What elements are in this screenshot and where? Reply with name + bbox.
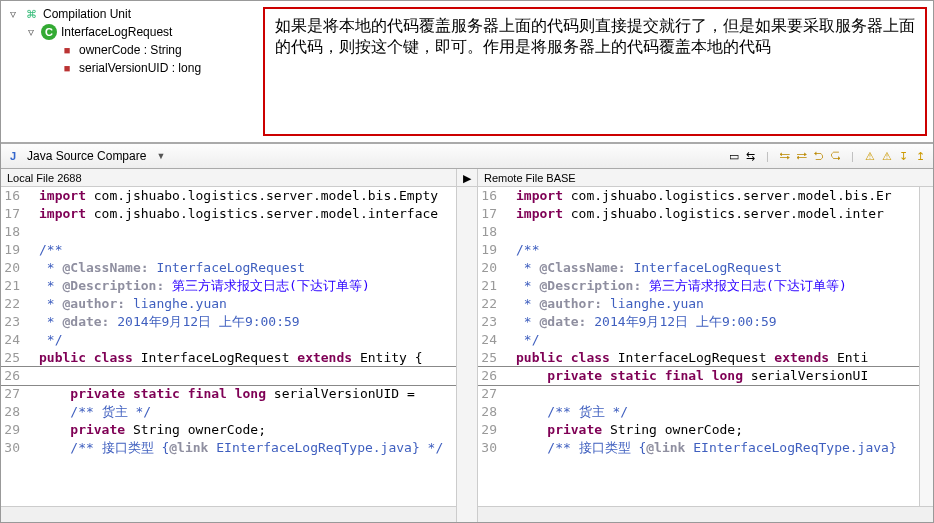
line-number: 17 (1, 205, 24, 223)
field-private-icon: ■ (59, 42, 75, 58)
code-line[interactable]: 20 * @ClassName: InterfaceLogRequest (478, 259, 919, 277)
code-text: import com.jshuabo.logistics.server.mode… (37, 187, 456, 205)
line-number: 23 (478, 313, 501, 331)
code-line[interactable]: 22 * @author: lianghe.yuan (1, 295, 456, 313)
tree-root-label: Compilation Unit (43, 5, 131, 23)
line-number: 25 (478, 349, 501, 367)
code-line[interactable]: 23 * @date: 2014年9月12日 上午9:00:59 (478, 313, 919, 331)
code-text: private String ownerCode; (37, 421, 456, 439)
code-text: public class InterfaceLogRequest extends… (37, 349, 456, 367)
code-line[interactable]: 30 /** 接口类型 {@link EInterfaceLogReqType.… (1, 439, 456, 457)
code-line[interactable]: 18 (1, 223, 456, 241)
structure-compare-button[interactable]: ▭ (725, 148, 742, 165)
code-text: * @Description: 第三方请求报文日志(下达订单等) (514, 277, 919, 295)
line-number: 24 (478, 331, 501, 349)
code-line[interactable]: 30 /** 接口类型 {@link EInterfaceLogReqType.… (478, 439, 919, 457)
code-line[interactable]: 21 * @Description: 第三方请求报文日志(下达订单等) (478, 277, 919, 295)
code-line[interactable]: 25public class InterfaceLogRequest exten… (1, 349, 456, 367)
code-line[interactable]: 24 */ (478, 331, 919, 349)
right-pane: Remote File BASE 16import com.jshuabo.lo… (478, 169, 933, 522)
line-number: 20 (1, 259, 24, 277)
code-line[interactable]: 26 (1, 367, 456, 385)
line-number: 21 (1, 277, 24, 295)
code-line[interactable]: 21 * @Description: 第三方请求报文日志(下达订单等) (1, 277, 456, 295)
line-number: 18 (1, 223, 24, 241)
next-diff-button[interactable]: ⚠ (861, 148, 878, 165)
separator: | (844, 148, 861, 165)
code-line[interactable]: 29 private String ownerCode; (478, 421, 919, 439)
next-change-button[interactable]: ↧ (895, 148, 912, 165)
left-pane: Local File 2688 16import com.jshuabo.log… (1, 169, 456, 522)
expand-icon[interactable]: ▿ (7, 5, 19, 23)
code-line[interactable]: 19/** (478, 241, 919, 259)
link-scroll-icon[interactable]: ▶ (457, 169, 477, 187)
field-private-icon: ■ (59, 60, 75, 76)
tree-root[interactable]: ▿ ⌘ Compilation Unit (7, 5, 257, 23)
outline-pane: ▿ ⌘ Compilation Unit ▿ C InterfaceLogReq… (1, 1, 263, 142)
code-line[interactable]: 27 private static final long serialVersi… (1, 385, 456, 403)
horizontal-scrollbar[interactable] (478, 506, 933, 522)
tree-field-label: ownerCode : String (79, 41, 182, 59)
horizontal-scrollbar[interactable] (1, 506, 456, 522)
code-text: /** 货主 */ (514, 403, 919, 421)
code-line[interactable]: 16import com.jshuabo.logistics.server.mo… (478, 187, 919, 205)
tree-field[interactable]: ■ serialVersionUID : long (43, 59, 257, 77)
code-line[interactable]: 17import com.jshuabo.logistics.server.mo… (1, 205, 456, 223)
copy-right-button[interactable]: ⮎ (827, 148, 844, 165)
line-number: 22 (1, 295, 24, 313)
code-text: /** (37, 241, 456, 259)
code-text: private String ownerCode; (514, 421, 919, 439)
copy-all-left-button[interactable]: ⮀ (776, 148, 793, 165)
left-code-area[interactable]: 16import com.jshuabo.logistics.server.mo… (1, 187, 456, 506)
code-line[interactable]: 25public class InterfaceLogRequest exten… (478, 349, 919, 367)
line-number: 28 (1, 403, 24, 421)
tree-class[interactable]: ▿ C InterfaceLogRequest (25, 23, 257, 41)
view-menu-arrow-icon[interactable]: ▼ (156, 151, 165, 161)
line-number: 24 (1, 331, 24, 349)
prev-diff-button[interactable]: ⚠ (878, 148, 895, 165)
center-ruler: ▶ (456, 169, 478, 522)
code-line[interactable]: 28 /** 货主 */ (1, 403, 456, 421)
tree-field[interactable]: ■ ownerCode : String (43, 41, 257, 59)
copy-all-right-button[interactable]: ⮂ (793, 148, 810, 165)
code-line[interactable]: 17import com.jshuabo.logistics.server.mo… (478, 205, 919, 223)
line-number: 30 (478, 439, 501, 457)
class-icon: C (41, 24, 57, 40)
code-text: */ (514, 331, 919, 349)
code-line[interactable]: 20 * @ClassName: InterfaceLogRequest (1, 259, 456, 277)
line-number: 29 (1, 421, 24, 439)
line-number: 23 (1, 313, 24, 331)
code-line[interactable]: 29 private String ownerCode; (1, 421, 456, 439)
prev-change-button[interactable]: ↥ (912, 148, 929, 165)
code-text: /** (514, 241, 919, 259)
swap-button[interactable]: ⇆ (742, 148, 759, 165)
line-number: 29 (478, 421, 501, 439)
code-line[interactable]: 18 (478, 223, 919, 241)
copy-left-button[interactable]: ⮌ (810, 148, 827, 165)
line-number: 25 (1, 349, 24, 367)
code-line[interactable]: 16import com.jshuabo.logistics.server.mo… (1, 187, 456, 205)
code-text: import com.jshuabo.logistics.server.mode… (514, 205, 919, 223)
code-text: public class InterfaceLogRequest extends… (514, 349, 919, 367)
line-number: 16 (478, 187, 501, 205)
tree-class-label: InterfaceLogRequest (61, 23, 172, 41)
expand-icon[interactable]: ▿ (25, 23, 37, 41)
tree-field-label: serialVersionUID : long (79, 59, 201, 77)
code-line[interactable]: 23 * @date: 2014年9月12日 上午9:00:59 (1, 313, 456, 331)
code-line[interactable]: 24 */ (1, 331, 456, 349)
code-line[interactable]: 27 (478, 385, 919, 403)
code-text: /** 货主 */ (37, 403, 456, 421)
code-line[interactable]: 28 /** 货主 */ (478, 403, 919, 421)
compare-header: J Java Source Compare ▼ ▭ ⇆ | ⮀ ⮂ ⮌ ⮎ | … (1, 143, 933, 169)
code-line[interactable]: 26 private static final long serialVersi… (478, 367, 919, 385)
code-line[interactable]: 19/** (1, 241, 456, 259)
overview-ruler[interactable] (919, 187, 933, 506)
line-number: 17 (478, 205, 501, 223)
right-code-area[interactable]: 16import com.jshuabo.logistics.server.mo… (478, 187, 919, 506)
line-number: 27 (1, 385, 24, 403)
code-text: * @ClassName: InterfaceLogRequest (37, 259, 456, 277)
line-number: 30 (1, 439, 24, 457)
code-line[interactable]: 22 * @author: lianghe.yuan (478, 295, 919, 313)
line-number: 27 (478, 385, 501, 403)
line-number: 20 (478, 259, 501, 277)
